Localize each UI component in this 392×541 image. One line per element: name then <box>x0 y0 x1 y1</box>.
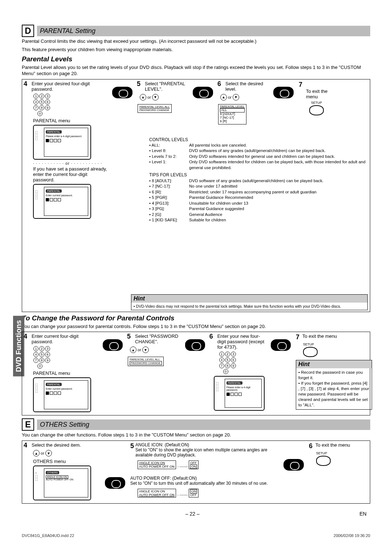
parental-levels-heading: Parental Levels <box>22 55 370 63</box>
enter-button-icon <box>103 339 123 351</box>
step-number-4: 4 <box>24 80 27 88</box>
section-e-intro: You can change the other functions. Foll… <box>22 432 370 438</box>
auto-power-off-heading: AUTO POWER OFF: (Default:ON) <box>130 476 197 481</box>
parental-menu-label: PARENTAL menu <box>33 118 107 123</box>
step-number-5: 5 <box>130 442 134 450</box>
enter-button-icon <box>193 87 213 98</box>
change-password-heading: To Change the Password for Parental Cont… <box>22 314 370 322</box>
arrow-up-down-icons: ▲ or ▼ <box>140 94 188 101</box>
enter-button-icon <box>112 87 132 98</box>
tips-levels-list: • 8 [ADULT]:DVD software of any grades (… <box>149 178 367 223</box>
tv-osd-new-password: ⬚⬚⬚ PARENTAL Please enter a 4-digit pass… <box>214 376 265 411</box>
arrow-up-down-icons: ▲ or ▼ <box>33 450 100 456</box>
enter-button-icon <box>185 339 205 351</box>
angle-icon-desc: Set to "ON" to show the angle icon when … <box>135 447 278 458</box>
tips-levels-heading: TIPS FOR LEVELS <box>149 172 367 178</box>
setup-button-icon: SETUP <box>303 343 368 358</box>
pw-step4-text: Enter current four-digit password. <box>32 333 98 344</box>
auto-power-off-desc: Set to "ON" to turn this unit off automa… <box>130 481 278 486</box>
others-menu-label: OTHERS menu <box>33 459 100 464</box>
tv-osd-enter-current: ⬚⬚⬚ PARENTAL Enter current password. <box>33 377 91 412</box>
step-number-6: 6 <box>209 333 213 340</box>
page-number: – 22 – <box>185 511 200 517</box>
pw-step5-text: Select "PASSWORD CHANGE". <box>135 333 180 344</box>
step6-text: Select the desired level. <box>225 81 268 92</box>
enter-button-icon <box>273 87 294 98</box>
change-password-desc: You can change your password for parenta… <box>22 324 370 330</box>
password-change-menu-box: PARENTAL LEVEL ALL PASSWORD CHANGE <box>128 357 164 366</box>
parental-menu-label: PARENTAL menu <box>33 370 98 376</box>
step-number-4: 4 <box>24 333 27 340</box>
section-d-title: PARENTAL Setting <box>37 26 370 36</box>
auto-power-off-settings-box: ANGLE ICON ON AUTO POWER OFF ON ←──── ON… <box>138 487 278 499</box>
step4b-text: If you have set a password already, ente… <box>33 166 107 183</box>
hint-box-password: Hint • Record the password in case you f… <box>296 360 372 410</box>
step-number-7: 7 <box>296 333 299 341</box>
step-number-4: 4 <box>24 442 27 449</box>
setup-button-icon: SETUP <box>299 101 334 116</box>
section-letter-e: E <box>22 418 34 431</box>
control-levels-heading: CONTROL LEVELS <box>149 137 367 143</box>
step4-text: Enter your desired four-digit password. <box>32 81 107 92</box>
parental-level-menu-box: PARENTAL LEVEL ALL PASSWORD CHANGE <box>138 104 172 113</box>
section-e-header: E OTHERS Setting <box>22 418 370 431</box>
hint-box-parental: Hint • DVD-Video discs may not respond t… <box>131 294 368 310</box>
parental-levels-desc: Parental Level allows you to set the rat… <box>22 65 370 77</box>
step-number-7: 7 <box>299 81 334 89</box>
or-separator: · · · · · · · · · · · or · · · · · · · ·… <box>33 161 107 165</box>
section-d-header: D PARENTAL Setting <box>22 25 370 37</box>
parental-levels-flow: 4 Enter your desired four-digit password… <box>22 79 370 312</box>
enter-button-icon <box>271 339 291 351</box>
others-step4-text: Select the desired item. <box>32 442 100 448</box>
keypad-icon: 123 456 789 0 <box>33 93 107 116</box>
others-flow: 4 Select the desired item. ▲ or ▼ OTHERS… <box>22 440 370 504</box>
tv-osd-current-password: ⬚⬚⬚ PARENTAL Enter current password. <box>33 184 91 219</box>
angle-icon-settings-box: ANGLE ICON ON AUTO POWER OFF ON ←──── OF… <box>138 459 278 471</box>
control-levels-list: • ALL:All parental locks are canceled.• … <box>149 143 367 171</box>
angle-icon-heading: ANGLE ICON: (Default:ON) <box>135 442 189 447</box>
tv-osd-others: ↕⬚⬚ OTHERS ANGLE ICON ON AUTO POWER OFF … <box>33 466 91 500</box>
enter-button-icon <box>283 459 304 471</box>
keypad-icon: 123 456 789 0 <box>33 346 98 369</box>
setup-button-icon: SETUP <box>316 451 359 467</box>
section-letter-d: D <box>22 25 34 37</box>
step5-text: Select "PARENTAL LEVEL". <box>145 81 188 92</box>
others-step6-text: To exit the menu <box>315 442 350 450</box>
step-number-6: 6 <box>309 442 313 450</box>
language-code: EN <box>360 511 367 517</box>
pw-step6-text: Enter your new four-digit password (exce… <box>217 333 266 350</box>
step-number-5: 5 <box>137 80 140 88</box>
step7-text: To exit the menu <box>306 89 334 99</box>
tv-osd-enter-password: ⬚⬚⬚ PARENTAL Please enter a 4-digit pass… <box>33 125 91 160</box>
arrow-up-down-icons: ▲ or ▼ <box>220 94 268 101</box>
step-number-5: 5 <box>127 333 131 340</box>
section-d-intro1: Parental Control limits the disc viewing… <box>22 38 370 45</box>
section-e-title: OTHERS Setting <box>37 419 370 430</box>
arrow-up-down-icons: ▲ or ▼ <box>130 347 180 353</box>
password-change-flow: 4 Enter current four-digit password. 123… <box>22 332 370 415</box>
step-number-6: 6 <box>217 80 221 88</box>
parental-level-list-box: PARENTAL LEVEL ALL 8 [ADULT] 7 [NC-17] 6… <box>218 104 246 124</box>
keypad-icon: 123 456 789 0 <box>219 351 266 374</box>
print-footer: DVC841G_E8A04UD.indd 22 2006/02/08 19:36… <box>0 531 392 540</box>
section-d-intro2: This feature prevents your children from… <box>22 47 370 53</box>
pw-step7-text: To exit the menu <box>302 333 337 341</box>
enter-button-icon <box>105 477 125 489</box>
